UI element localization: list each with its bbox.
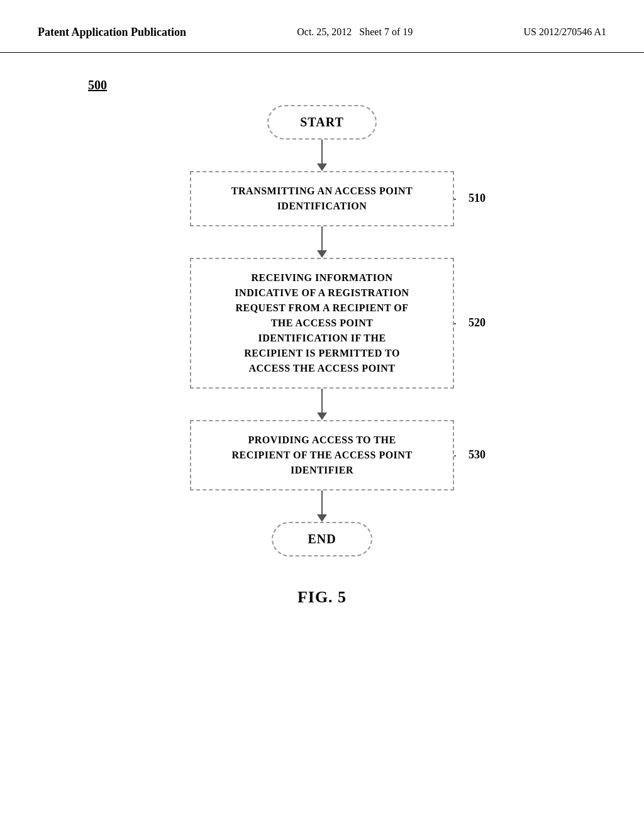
flowchart: START TRANSMITTING AN ACCESS POINTIDENTI…	[146, 105, 498, 556]
step-510-row: TRANSMITTING AN ACCESS POINTIDENTIFICATI…	[146, 171, 498, 226]
arrow-line-2	[321, 226, 323, 250]
header-center: Oct. 25, 2012 Sheet 7 of 19	[297, 25, 413, 39]
start-node: START	[267, 105, 377, 140]
end-node: END	[272, 522, 372, 556]
step-510-box: TRANSMITTING AN ACCESS POINTIDENTIFICATI…	[190, 171, 454, 226]
step-530-text: PROVIDING ACCESS TO THERECIPIENT OF THE …	[231, 434, 412, 475]
publication-date: Oct. 25, 2012	[297, 26, 352, 37]
sheet-info: Sheet 7 of 19	[359, 26, 413, 37]
arrow-2	[317, 226, 327, 258]
arrow-3	[317, 389, 327, 420]
step-530-row: PROVIDING ACCESS TO THERECIPIENT OF THE …	[146, 420, 498, 490]
step-510-text: TRANSMITTING AN ACCESS POINTIDENTIFICATI…	[231, 185, 413, 211]
arrow-head-2	[317, 250, 327, 258]
arrow-1	[317, 140, 327, 171]
arrow-head-3	[317, 412, 327, 420]
arrow-head-1	[317, 163, 327, 171]
step-530-box: PROVIDING ACCESS TO THERECIPIENT OF THE …	[190, 420, 454, 490]
arrow-head-4	[317, 514, 327, 522]
figure-caption: FIG. 5	[297, 588, 347, 607]
step-520-row: RECEIVING INFORMATIONINDICATIVE OF A REG…	[146, 258, 498, 389]
patent-number: US 2012/270546 A1	[523, 25, 606, 39]
publication-title: Patent Application Publication	[38, 25, 186, 40]
diagram-area: 500 START TRANSMITTING AN ACCESS POINTID…	[0, 53, 644, 632]
arrow-line-3	[321, 389, 323, 412]
page-header: Patent Application Publication Oct. 25, …	[0, 0, 644, 53]
arrow-4	[317, 490, 327, 522]
arrow-line-4	[321, 490, 323, 514]
end-label: END	[308, 532, 336, 546]
diagram-label: 500	[88, 78, 107, 92]
step-520-box: RECEIVING INFORMATIONINDICATIVE OF A REG…	[190, 258, 454, 389]
arrow-line-1	[321, 140, 323, 163]
step-520-text: RECEIVING INFORMATIONINDICATIVE OF A REG…	[235, 272, 409, 374]
start-label: START	[300, 115, 344, 129]
